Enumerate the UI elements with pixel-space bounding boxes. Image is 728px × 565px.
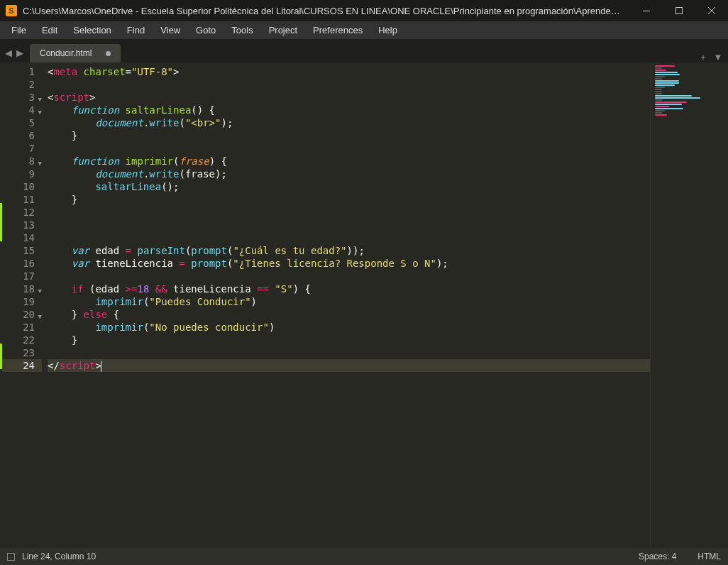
code-line[interactable]: var tieneLicencia = prompt("¿Tienes lice… <box>48 257 650 270</box>
line-number[interactable]: 20 <box>2 308 35 321</box>
line-number[interactable]: 7 <box>2 142 35 155</box>
minimap-line <box>655 80 679 82</box>
line-number[interactable]: 1 <box>2 65 35 78</box>
code-line[interactable]: var edad = parseInt(prompt("¿Cuál es tu … <box>48 244 650 257</box>
menu-help[interactable]: Help <box>371 23 404 38</box>
code-line[interactable] <box>48 206 650 219</box>
line-number[interactable]: 6 <box>2 129 35 142</box>
menu-selection[interactable]: Selection <box>66 23 118 38</box>
line-number[interactable]: 17 <box>2 270 35 282</box>
menu-edit[interactable]: Edit <box>35 23 65 38</box>
code-line[interactable] <box>48 270 650 282</box>
menu-tools[interactable]: Tools <box>224 23 260 38</box>
line-number[interactable]: 16 <box>2 257 35 270</box>
code-line[interactable]: } else { <box>48 308 650 321</box>
code-line[interactable] <box>48 78 650 91</box>
window-title: C:\Users\Marcos\OneDrive - Escuela Super… <box>23 6 630 16</box>
minimize-button[interactable] <box>630 0 663 21</box>
minimap-line <box>655 87 665 88</box>
code-line[interactable] <box>48 219 650 231</box>
minimap-line <box>655 97 700 99</box>
code-line[interactable]: function imprimir(frase) { <box>48 155 650 168</box>
panel-switcher-icon[interactable] <box>7 553 15 561</box>
tab-bar: ◀ ▶ Conducir.html + ▼ <box>0 40 728 62</box>
close-button[interactable] <box>695 0 728 21</box>
minimap-line <box>655 95 692 97</box>
new-tab-button[interactable]: + <box>695 52 711 62</box>
code-line[interactable]: document.write("<br>"); <box>48 116 650 129</box>
code-line[interactable]: } <box>48 193 650 206</box>
menu-preferences[interactable]: Preferences <box>306 23 370 38</box>
line-number[interactable]: 21 <box>2 321 35 334</box>
line-number[interactable]: 23 <box>2 346 35 359</box>
tab-active[interactable]: Conducir.html <box>30 44 121 62</box>
tab-label: Conducir.html <box>40 48 92 58</box>
code-line[interactable]: function saltarLinea() { <box>48 104 650 116</box>
minimap-line <box>655 110 665 111</box>
status-cursor-position[interactable]: Line 24, Column 10 <box>22 552 96 561</box>
line-number[interactable]: 13 <box>2 219 35 231</box>
line-number[interactable]: 12 <box>2 206 35 219</box>
code-line[interactable]: imprimir("Puedes Conducir") <box>48 295 650 308</box>
minimap[interactable] <box>650 62 728 548</box>
minimap-line <box>655 70 666 71</box>
line-number[interactable]: 24 <box>2 359 42 372</box>
code-line[interactable]: } <box>48 334 650 346</box>
editor-area: 123456789101112131415161718192021222324 … <box>0 62 728 548</box>
menu-goto[interactable]: Goto <box>189 23 223 38</box>
minimap-line <box>655 84 675 86</box>
menu-view[interactable]: View <box>153 23 187 38</box>
code-line[interactable] <box>48 231 650 244</box>
code-line[interactable] <box>48 142 650 155</box>
line-number[interactable]: 4 <box>2 104 35 116</box>
code-editor[interactable]: <meta charset="UTF-8"><script> function … <box>42 62 650 548</box>
line-number[interactable]: 15 <box>2 244 35 257</box>
line-number[interactable]: 18 <box>2 282 35 295</box>
status-indent[interactable]: Spaces: 4 <box>639 552 676 561</box>
line-number[interactable]: 22 <box>2 334 35 346</box>
tab-dropdown-icon[interactable]: ▼ <box>712 52 724 62</box>
line-number[interactable]: 8 <box>2 155 35 168</box>
line-number[interactable]: 2 <box>2 78 35 91</box>
code-line[interactable]: <script> <box>48 91 650 104</box>
minimap-line <box>655 67 662 69</box>
line-number-gutter[interactable]: 123456789101112131415161718192021222324 <box>2 62 42 548</box>
svg-rect-1 <box>676 8 683 14</box>
minimap-line <box>655 72 678 73</box>
minimap-line <box>655 91 662 92</box>
app-logo-icon: S <box>6 5 17 16</box>
line-number[interactable]: 3 <box>2 91 35 104</box>
status-syntax[interactable]: HTML <box>697 552 721 561</box>
minimap-line <box>655 106 669 107</box>
tab-history-forward-icon[interactable]: ▶ <box>14 43 26 62</box>
line-number[interactable]: 14 <box>2 231 35 244</box>
code-line[interactable] <box>48 346 650 359</box>
code-line[interactable]: saltarLinea(); <box>48 180 650 193</box>
minimap-line <box>655 89 662 90</box>
code-line[interactable]: imprimir("No puedes conducir") <box>48 321 650 334</box>
minimap-line <box>655 82 679 84</box>
minimap-line <box>655 108 683 109</box>
code-line[interactable]: if (edad >=18 && tieneLicencia == "S") { <box>48 282 650 295</box>
minimap-line <box>655 93 662 94</box>
code-line[interactable]: } <box>48 129 650 142</box>
code-line[interactable]: <meta charset="UTF-8"> <box>48 65 650 78</box>
line-number[interactable]: 10 <box>2 180 35 193</box>
text-cursor <box>101 361 101 372</box>
line-number[interactable]: 9 <box>2 168 35 180</box>
line-number[interactable]: 5 <box>2 116 35 129</box>
menu-find[interactable]: Find <box>120 23 152 38</box>
unsaved-indicator-icon <box>106 51 111 56</box>
minimap-line <box>655 102 687 103</box>
title-bar: S C:\Users\Marcos\OneDrive - Escuela Sup… <box>0 0 728 21</box>
menu-file[interactable]: File <box>4 23 33 38</box>
code-line[interactable]: </script> <box>48 359 650 372</box>
menu-bar: FileEditSelectionFindViewGotoToolsProjec… <box>0 21 728 40</box>
code-line[interactable]: document.write(frase); <box>48 168 650 180</box>
minimap-line <box>655 99 662 101</box>
tab-history-back-icon[interactable]: ◀ <box>3 43 14 62</box>
line-number[interactable]: 11 <box>2 193 35 206</box>
line-number[interactable]: 19 <box>2 295 35 308</box>
menu-project[interactable]: Project <box>262 23 304 38</box>
maximize-button[interactable] <box>663 0 695 21</box>
